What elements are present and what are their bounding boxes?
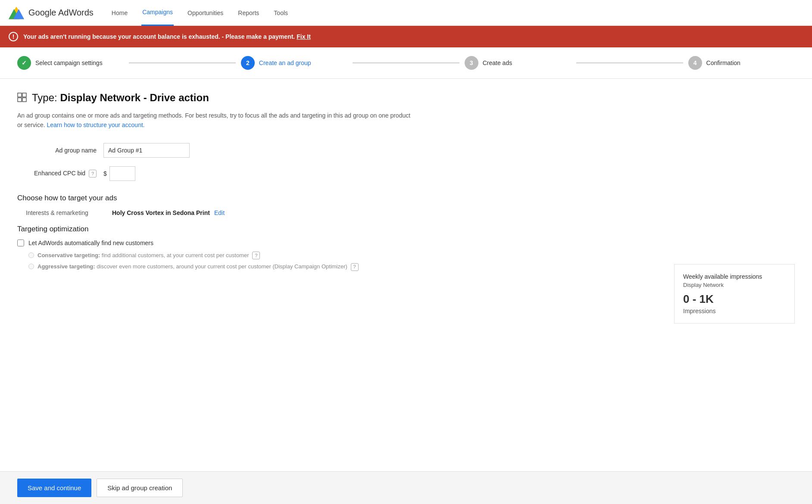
side-panel-unit: Impressions bbox=[683, 308, 786, 314]
targeting-section: Choose how to target your ads Interests … bbox=[17, 194, 795, 216]
step-2-label: Create an ad group bbox=[259, 59, 311, 66]
cpc-bid-label: Enhanced CPC bid ? bbox=[17, 170, 103, 177]
alert-banner: ! Your ads aren't running because your a… bbox=[0, 26, 812, 47]
step-line-2 bbox=[353, 62, 459, 63]
step-4: 4 Confirmation bbox=[688, 56, 795, 70]
skip-ad-group-button[interactable]: Skip ad group creation bbox=[97, 479, 183, 497]
step-line-1 bbox=[129, 62, 235, 63]
structure-account-link[interactable]: Learn how to structure your account. bbox=[47, 121, 144, 128]
step-4-label: Confirmation bbox=[706, 59, 740, 66]
main-nav: Home Campaigns Opportunities Reports Too… bbox=[111, 0, 289, 26]
targeting-edit-link[interactable]: Edit bbox=[214, 209, 225, 216]
step-4-circle: 4 bbox=[688, 56, 702, 70]
auto-find-customers-row: Let AdWords automatically find new custo… bbox=[17, 240, 795, 246]
step-2: 2 Create an ad group bbox=[241, 56, 347, 70]
steps-bar: ✓ Select campaign settings 2 Create an a… bbox=[0, 47, 812, 79]
alert-message: Your ads aren't running because your acc… bbox=[23, 33, 295, 40]
svg-rect-5 bbox=[18, 98, 22, 102]
header: Google AdWords Home Campaigns Opportunit… bbox=[0, 0, 812, 26]
step-line-3 bbox=[576, 62, 683, 63]
conservative-targeting-radio[interactable] bbox=[28, 252, 34, 258]
ad-group-name-label: Ad group name bbox=[17, 147, 103, 154]
nav-tools[interactable]: Tools bbox=[273, 0, 289, 26]
aggressive-targeting-label: Aggressive targeting: discover even more… bbox=[37, 263, 359, 271]
alert-fix-link[interactable]: Fix It bbox=[297, 33, 311, 40]
side-panel-subtitle: Display Network bbox=[683, 282, 786, 288]
nav-campaigns[interactable]: Campaigns bbox=[141, 0, 174, 26]
page-title: Type: Display Network - Drive action bbox=[32, 92, 209, 104]
aggressive-help-icon[interactable]: ? bbox=[351, 263, 359, 271]
aggressive-targeting-radio[interactable] bbox=[28, 264, 34, 269]
step-1-label: Select campaign settings bbox=[35, 59, 103, 66]
cpc-help-icon[interactable]: ? bbox=[89, 170, 97, 177]
form-section: Ad group name Enhanced CPC bid ? $ bbox=[17, 143, 795, 181]
page-type-header: Type: Display Network - Drive action bbox=[17, 92, 795, 104]
targeting-label: Interests & remarketing bbox=[26, 209, 112, 216]
side-panel-value: 0 - 1K bbox=[683, 292, 786, 306]
logo-text: Google AdWords bbox=[28, 8, 94, 18]
main-content: Type: Display Network - Drive action An … bbox=[0, 79, 812, 504]
step-1: ✓ Select campaign settings bbox=[17, 56, 124, 70]
step-3: 3 Create ads bbox=[465, 56, 571, 70]
svg-rect-6 bbox=[22, 98, 26, 102]
conservative-help-icon[interactable]: ? bbox=[252, 252, 260, 259]
targeting-row: Interests & remarketing Holy Cross Vorte… bbox=[17, 209, 795, 216]
logo: Google AdWords bbox=[9, 5, 94, 21]
dollar-sign: $ bbox=[103, 170, 107, 177]
google-adwords-logo-icon bbox=[9, 5, 24, 21]
ad-group-name-row: Ad group name bbox=[17, 143, 795, 158]
conservative-targeting-label: Conservative targeting: find additional … bbox=[37, 252, 260, 260]
page-description: An ad group contains one or more ads and… bbox=[17, 111, 414, 130]
step-1-circle: ✓ bbox=[17, 56, 31, 70]
step-3-label: Create ads bbox=[483, 59, 512, 66]
nav-reports[interactable]: Reports bbox=[237, 0, 260, 26]
side-panel-title: Weekly available impressions bbox=[683, 273, 786, 280]
grid-icon bbox=[17, 93, 27, 103]
conservative-targeting-row: Conservative targeting: find additional … bbox=[17, 252, 795, 260]
cpc-bid-input[interactable] bbox=[109, 166, 135, 181]
ad-group-name-input[interactable] bbox=[103, 143, 190, 158]
save-continue-button[interactable]: Save and continue bbox=[17, 479, 91, 497]
nav-home[interactable]: Home bbox=[111, 0, 128, 26]
auto-find-customers-label: Let AdWords automatically find new custo… bbox=[28, 240, 153, 246]
targeting-value: Holy Cross Vortex in Sedona Print bbox=[112, 209, 210, 216]
svg-rect-4 bbox=[22, 93, 26, 97]
cpc-bid-row: Enhanced CPC bid ? $ bbox=[17, 166, 795, 181]
step-3-circle: 3 bbox=[465, 56, 478, 70]
step-2-circle: 2 bbox=[241, 56, 255, 70]
alert-icon: ! bbox=[9, 32, 18, 41]
optimization-title: Targeting optimization bbox=[17, 225, 795, 233]
bottom-bar: Save and continue Skip ad group creation bbox=[0, 471, 812, 504]
side-panel: Weekly available impressions Display Net… bbox=[674, 264, 795, 324]
cpc-input-group: $ bbox=[103, 166, 135, 181]
nav-opportunities[interactable]: Opportunities bbox=[187, 0, 224, 26]
targeting-section-title: Choose how to target your ads bbox=[17, 194, 795, 202]
svg-rect-3 bbox=[18, 93, 22, 97]
auto-find-customers-checkbox[interactable] bbox=[17, 240, 24, 246]
